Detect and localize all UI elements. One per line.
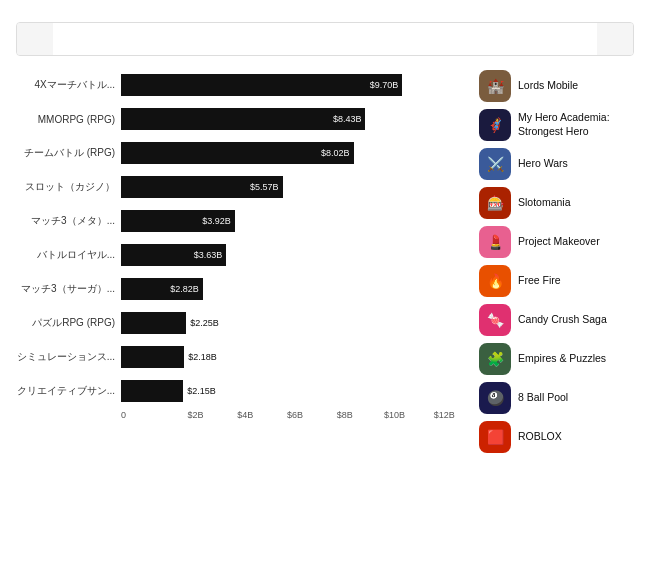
legend-label: Candy Crush Saga: [518, 313, 607, 327]
legend-item: 🔥Free Fire: [479, 265, 634, 297]
chart-wrapper: 4Xマーチバトル...$9.70BMMORPG (RPG)$8.43Bチームバト…: [16, 70, 469, 406]
bar-container: $2.18B: [121, 346, 469, 368]
legend-icon: 🎱: [479, 382, 511, 414]
legend-icon: 🦸: [479, 109, 511, 141]
legend-icon: 💄: [479, 226, 511, 258]
legend-label: Free Fire: [518, 274, 561, 288]
legend-label: Hero Wars: [518, 157, 568, 171]
bar-fill: [121, 312, 186, 334]
prev-button[interactable]: [17, 23, 53, 55]
legend-item: 🎰Slotomania: [479, 187, 634, 219]
bar-label: クリエイティブサン...: [16, 384, 121, 398]
legend-icon: 🍬: [479, 304, 511, 336]
bar-fill: $5.57B: [121, 176, 283, 198]
bar-row: クリエイティブサン...$2.15B: [16, 376, 469, 406]
bar-value: $2.25B: [190, 318, 219, 328]
bar-row: スロット（カジノ）$5.57B: [16, 172, 469, 202]
bar-label: MMORPG (RPG): [16, 114, 121, 125]
legend-label: Empires & Puzzles: [518, 352, 606, 366]
legend-label: Lords Mobile: [518, 79, 578, 93]
bar-label: シミュレーションス...: [16, 350, 121, 364]
bar-row: 4Xマーチバトル...$9.70B: [16, 70, 469, 100]
bar-value: $8.43B: [333, 114, 362, 124]
bar-row: チームバトル (RPG)$8.02B: [16, 138, 469, 168]
bar-fill: [121, 346, 184, 368]
x-tick: 0: [121, 410, 171, 420]
bar-label: チームバトル (RPG): [16, 146, 121, 160]
bar-container: $8.43B: [121, 108, 469, 130]
legend-item: 🏰Lords Mobile: [479, 70, 634, 102]
bar-row: マッチ3（サーガ）...$2.82B: [16, 274, 469, 304]
legend-item: 🟥ROBLOX: [479, 421, 634, 453]
bar-value: $2.82B: [170, 284, 199, 294]
nav-bar: [16, 22, 634, 56]
legend-item: 🍬Candy Crush Saga: [479, 304, 634, 336]
x-tick: $12B: [419, 410, 469, 420]
x-tick: $10B: [370, 410, 420, 420]
bar-value: $3.63B: [194, 250, 223, 260]
bar-fill: $8.02B: [121, 142, 354, 164]
bar-fill: $3.92B: [121, 210, 235, 232]
legend-icon: 🏰: [479, 70, 511, 102]
bar-label: バトルロイヤル...: [16, 248, 121, 262]
bar-row: シミュレーションス...$2.18B: [16, 342, 469, 372]
bar-row: パズルRPG (RPG)$2.25B: [16, 308, 469, 338]
bar-container: $9.70B: [121, 74, 469, 96]
legend-label: 8 Ball Pool: [518, 391, 568, 405]
bar-value: $8.02B: [321, 148, 350, 158]
bar-value: $2.15B: [187, 386, 216, 396]
x-tick: $8B: [320, 410, 370, 420]
legend-icon: 🟥: [479, 421, 511, 453]
legend-area: 🏰Lords Mobile🦸My Hero Academia: Stronges…: [479, 70, 634, 460]
x-tick: $2B: [171, 410, 221, 420]
main-content: 4Xマーチバトル...$9.70BMMORPG (RPG)$8.43Bチームバト…: [16, 70, 634, 460]
legend-label: ROBLOX: [518, 430, 562, 444]
legend-label: My Hero Academia: Strongest Hero: [518, 111, 634, 138]
bar-container: $2.25B: [121, 312, 469, 334]
bar-label: パズルRPG (RPG): [16, 316, 121, 330]
bar-label: スロット（カジノ）: [16, 180, 121, 194]
legend-item: 🎱8 Ball Pool: [479, 382, 634, 414]
bar-label: マッチ3（メタ）...: [16, 214, 121, 228]
legend-label: Project Makeover: [518, 235, 600, 249]
x-axis: 0$2B$4B$6B$8B$10B$12B: [121, 410, 469, 420]
bar-fill: $9.70B: [121, 74, 402, 96]
legend-icon: 🧩: [479, 343, 511, 375]
x-tick: $6B: [270, 410, 320, 420]
legend-item: 🦸My Hero Academia: Strongest Hero: [479, 109, 634, 141]
bar-container: $8.02B: [121, 142, 469, 164]
legend-label: Slotomania: [518, 196, 571, 210]
chart-area: 4Xマーチバトル...$9.70BMMORPG (RPG)$8.43Bチームバト…: [16, 70, 469, 460]
bar-row: マッチ3（メタ）...$3.92B: [16, 206, 469, 236]
bar-value: $5.57B: [250, 182, 279, 192]
bar-row: MMORPG (RPG)$8.43B: [16, 104, 469, 134]
main-container: 4Xマーチバトル...$9.70BMMORPG (RPG)$8.43Bチームバト…: [0, 0, 650, 472]
bar-label: マッチ3（サーガ）...: [16, 282, 121, 296]
bar-container: $3.63B: [121, 244, 469, 266]
bar-container: $2.82B: [121, 278, 469, 300]
bar-container: $2.15B: [121, 380, 469, 402]
next-button[interactable]: [597, 23, 633, 55]
legend-icon: ⚔️: [479, 148, 511, 180]
legend-item: 🧩Empires & Puzzles: [479, 343, 634, 375]
bar-fill: [121, 380, 183, 402]
legend-icon: 🔥: [479, 265, 511, 297]
legend-icon: 🎰: [479, 187, 511, 219]
bar-value: $2.18B: [188, 352, 217, 362]
bar-container: $5.57B: [121, 176, 469, 198]
bar-value: $3.92B: [202, 216, 231, 226]
bar-fill: $2.82B: [121, 278, 203, 300]
x-tick: $4B: [220, 410, 270, 420]
bar-row: バトルロイヤル...$3.63B: [16, 240, 469, 270]
legend-item: 💄Project Makeover: [479, 226, 634, 258]
bar-label: 4Xマーチバトル...: [16, 78, 121, 92]
bar-container: $3.92B: [121, 210, 469, 232]
bar-fill: $8.43B: [121, 108, 365, 130]
bar-fill: $3.63B: [121, 244, 226, 266]
legend-item: ⚔️Hero Wars: [479, 148, 634, 180]
bar-value: $9.70B: [370, 80, 399, 90]
